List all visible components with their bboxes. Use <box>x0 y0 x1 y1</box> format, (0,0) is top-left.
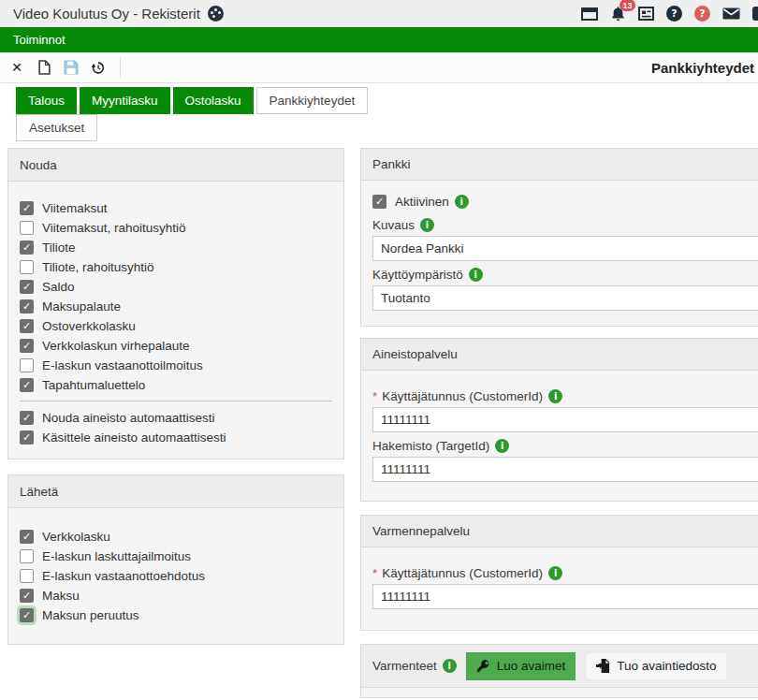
tab-row-1: Talous Myyntilasku Ostolasku Pankkiyhtey… <box>16 87 758 114</box>
info-icon[interactable]: i <box>469 268 483 282</box>
customerid-label: * Käyttäjätunnus (CustomerId) i <box>372 389 758 403</box>
theme-palette-icon[interactable] <box>208 6 224 22</box>
record-toolbar: × Pankkiyhteydet <box>0 52 758 83</box>
info-icon[interactable]: i <box>455 195 469 209</box>
tab-talous[interactable]: Talous <box>16 87 77 114</box>
checkbox[interactable]: ✓ <box>20 608 34 622</box>
checkbox[interactable] <box>20 358 34 372</box>
checkbox-row[interactable]: E-laskun vastaanottoehdotus <box>20 566 332 586</box>
info-icon[interactable]: i <box>443 659 457 673</box>
checkbox-row[interactable]: Tiliote, rahoitusyhtiö <box>20 257 332 277</box>
checkbox-row[interactable]: ✓Nouda aineisto automaattisesti <box>20 408 332 428</box>
tab-myyntilasku[interactable]: Myyntilasku <box>80 87 170 114</box>
nouda-auto-checklist: ✓Nouda aineisto automaattisesti✓Käsittel… <box>20 408 332 447</box>
button-label: Luo avaimet <box>497 659 566 673</box>
window-icon[interactable] <box>581 7 598 21</box>
close-icon[interactable]: × <box>9 59 24 76</box>
menu-toiminnot[interactable]: Toiminnot <box>13 33 66 47</box>
tab-asetukset[interactable]: Asetukset <box>16 114 97 141</box>
tab-pankkiyhteydet-active[interactable]: Pankkiyhteydet <box>256 87 369 114</box>
kuvaus-input[interactable] <box>372 236 758 261</box>
checkbox-row[interactable]: ✓Tapahtumaluettelo <box>20 375 332 395</box>
panel-varmennepalvelu-body: * Käyttäjätunnus (CustomerId) i <box>361 547 758 630</box>
customerid-input[interactable] <box>372 407 758 432</box>
field-label-text: Kuvaus <box>372 218 415 232</box>
field-label-text: Varmenteet <box>372 659 437 673</box>
checkbox[interactable] <box>20 569 34 583</box>
checkbox-label: E-laskun vastaanottoehdotus <box>42 569 205 583</box>
checkbox-label: Viitemaksut, rahoitusyhtiö <box>42 221 186 235</box>
checkbox-row[interactable]: ✓Tiliote <box>20 238 332 257</box>
checkbox[interactable]: ✓ <box>20 411 34 425</box>
targetid-input[interactable] <box>372 457 758 482</box>
checkbox-row[interactable]: ✓Verkkolaskun virhepalaute <box>20 336 332 356</box>
save-icon[interactable] <box>64 59 79 76</box>
panel-nouda: Nouda ✓ViitemaksutViitemaksut, rahoitusy… <box>7 148 344 459</box>
checkbox-row[interactable]: ✓Ostoverkkolasku <box>20 316 332 336</box>
main-content: Nouda ✓ViitemaksutViitemaksut, rahoitusy… <box>0 141 758 698</box>
required-marker: * <box>372 389 377 403</box>
tab-ostolasku[interactable]: Ostolasku <box>173 87 254 114</box>
checkbox[interactable]: ✓ <box>20 530 34 544</box>
support-icon[interactable]: ? <box>694 6 710 22</box>
kayttoymparisto-input[interactable] <box>372 285 758 311</box>
kuvaus-label: Kuvaus i <box>372 218 758 232</box>
checkbox-row[interactable]: E-laskun vastaanottoilmoitus <box>20 356 332 375</box>
context-title: Pankkiyhteydet <box>651 60 756 76</box>
checkbox-label: Ostoverkkolasku <box>42 319 136 333</box>
window-titlebar: Video Koulutus Oy - Rekisterit 13 ? ? <box>0 0 758 27</box>
help-icon[interactable]: ? <box>666 6 682 22</box>
required-marker: * <box>372 566 377 580</box>
checkbox[interactable] <box>20 260 34 274</box>
info-icon[interactable]: i <box>548 566 562 580</box>
checkbox[interactable]: ✓ <box>20 241 34 255</box>
checkbox[interactable] <box>20 549 34 563</box>
mail-icon[interactable] <box>722 7 740 20</box>
panel-aineistopalvelu: Aineistopalvelu * Käyttäjätunnus (Custom… <box>360 338 758 502</box>
titlebar-icon-group: 13 ? ? <box>581 6 751 22</box>
checkbox-label: Maksun peruutus <box>42 608 139 622</box>
info-icon[interactable]: i <box>495 439 509 453</box>
panel-aineistopalvelu-header: Aineistopalvelu <box>361 339 758 371</box>
checkbox[interactable] <box>20 221 34 235</box>
new-document-icon[interactable] <box>36 59 51 76</box>
checkbox[interactable]: ✓ <box>20 299 34 314</box>
checkbox[interactable]: ✓ <box>20 319 34 333</box>
checkbox-row[interactable]: Viitemaksut, rahoitusyhtiö <box>20 218 332 238</box>
checkbox[interactable]: ✓ <box>20 430 34 445</box>
checkbox-label: Verkkolasku <box>42 530 110 544</box>
checkbox-row[interactable]: ✓Käsittele aineisto automaattisesti <box>20 428 332 447</box>
checklist-divider <box>20 401 332 401</box>
checkbox-row[interactable]: ✓Maksun peruutus <box>20 605 332 625</box>
news-icon[interactable] <box>638 7 654 21</box>
notifications-bell-icon[interactable]: 13 <box>610 6 626 22</box>
checkbox[interactable]: ✓ <box>20 378 34 392</box>
varmenteet-body <box>361 688 758 697</box>
checkbox-row[interactable]: ✓Maksupalaute <box>20 297 332 316</box>
checkbox-label: Maksu <box>42 589 80 603</box>
right-column: Pankki ✓ Aktiivinen i Kuvaus i Käyttöymp… <box>360 148 758 698</box>
info-icon[interactable]: i <box>420 218 434 232</box>
checkbox-row[interactable]: E-laskun laskuttajailmoitus <box>20 547 332 566</box>
field-label-text: Hakemisto (TargetId) <box>372 439 489 453</box>
checkbox[interactable]: ✓ <box>20 201 34 215</box>
checkbox[interactable]: ✓ <box>20 280 34 294</box>
partial-user-icon[interactable] <box>752 7 758 21</box>
checkbox-row[interactable]: ✓Maksu <box>20 586 332 605</box>
checkbox-row[interactable]: ✓Verkkolasku <box>20 527 332 547</box>
varmenne-customerid-input[interactable] <box>372 584 758 609</box>
panel-laheta-body: ✓VerkkolaskuE-laskun laskuttajailmoitusE… <box>8 508 343 644</box>
checkbox-row[interactable]: ✓Viitemaksut <box>20 198 332 218</box>
checkbox[interactable]: ✓ <box>372 195 386 209</box>
history-icon[interactable] <box>91 59 106 76</box>
checkbox[interactable]: ✓ <box>20 589 34 603</box>
create-keys-button[interactable]: Luo avaimet <box>466 652 576 680</box>
info-icon[interactable]: i <box>548 389 562 403</box>
checkbox[interactable]: ✓ <box>20 339 34 353</box>
laheta-checklist: ✓VerkkolaskuE-laskun laskuttajailmoitusE… <box>20 527 332 625</box>
import-keyfile-button[interactable]: Tuo avaintiedosto <box>585 652 727 680</box>
checkbox-row[interactable]: ✓Saldo <box>20 277 332 297</box>
panel-pankki-body: ✓ Aktiivinen i Kuvaus i Käyttöympäristö … <box>361 181 758 326</box>
module-tabs: Talous Myyntilasku Ostolasku Pankkiyhtey… <box>0 83 758 141</box>
checkbox-aktiivinen[interactable]: ✓ Aktiivinen i <box>372 192 758 211</box>
